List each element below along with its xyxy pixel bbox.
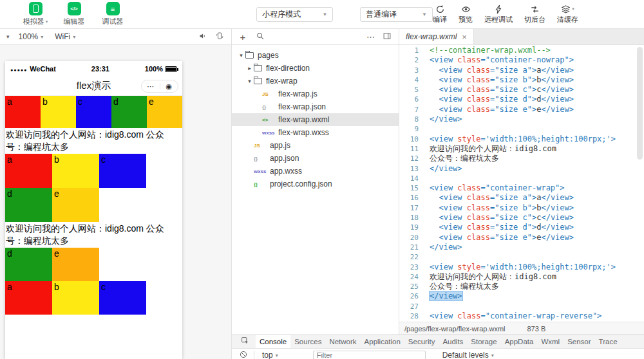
preview-button[interactable]: 预览 [459, 4, 473, 24]
tree-item-flex-wrap[interactable]: ▾flex-wrap [232, 75, 399, 87]
tree-item-flex-wrap.json[interactable]: {}flex-wrap.json [232, 100, 399, 113]
devtools-tab-sensor[interactable]: Sensor [564, 335, 594, 348]
device-menu-chevron-icon[interactable]: ▾ [5, 33, 11, 40]
flex-box-c: c [99, 281, 146, 315]
compile-mode-dropdown[interactable]: 普通编译 ▼ [360, 7, 433, 22]
line-number: 15 [399, 183, 419, 193]
console-filter-input[interactable] [313, 351, 426, 359]
rotate-device-button[interactable] [213, 30, 226, 43]
zoom-select[interactable]: 100% ▾ [15, 29, 48, 44]
code-line-26[interactable]: 26</view> [399, 291, 644, 301]
devtools-tab-trace[interactable]: Trace [595, 335, 621, 348]
signal-dots-icon: ●●●●● [10, 68, 27, 72]
devtools-tab-security[interactable]: Security [404, 335, 439, 348]
code-line-22[interactable]: 22 [399, 252, 644, 262]
new-file-button[interactable]: + [237, 32, 249, 42]
code-line-5[interactable]: 5 <view class="size c">c</view> [399, 85, 644, 95]
compile-button[interactable]: 编译 [433, 4, 447, 24]
code-line-8[interactable]: 8</view> [399, 115, 644, 124]
split-editor-button[interactable] [381, 30, 393, 43]
chevron-right-icon[interactable]: ▸ [245, 65, 254, 71]
switch-background-button[interactable]: 切后台 [524, 4, 545, 24]
inspect-element-button[interactable] [238, 335, 251, 348]
search-button[interactable] [254, 30, 267, 43]
code-line-3[interactable]: 3 <view class="size a">a</view> [399, 66, 644, 75]
code-line-9[interactable]: 9 [399, 124, 644, 134]
topbar-actions: 编译预览远程调试切后台▾清缓存 [433, 4, 578, 24]
toggle-editor-button[interactable]: </>编辑器 [59, 2, 89, 26]
devtools-tab-wxml[interactable]: Wxml [537, 335, 564, 348]
clear-console-button[interactable] [237, 349, 250, 359]
code-line-24[interactable]: 24欢迎访问我的个人网站：idig8.com [399, 272, 644, 282]
devtools-tab-network[interactable]: Network [325, 335, 360, 348]
code-line-12[interactable]: 12公众号：编程坑太多 [399, 154, 644, 163]
code-line-28[interactable]: 28<view class="container-wrap-reverse"> [399, 311, 644, 321]
toggle-debugger-button[interactable]: ≡调试器 [98, 2, 128, 26]
flex-box-a: a [5, 154, 52, 188]
code-line-6[interactable]: 6 <view class="size d">d</view> [399, 95, 644, 104]
welcome-text: 欢迎访问我的个人网站：idig8.com 公众号：编程坑太多 [5, 128, 182, 154]
tree-item-app.wxss[interactable]: wxssapp.wxss [232, 165, 399, 178]
code-line-27[interactable]: 27 [399, 302, 644, 311]
mode-dropdown[interactable]: 小程序模式 ▼ [256, 7, 333, 22]
tree-item-project.config.json[interactable]: {}project.config.json [232, 178, 399, 190]
devtools-tab-appdata[interactable]: AppData [501, 335, 538, 348]
devtools-tab-audits[interactable]: Audits [439, 335, 467, 348]
chevron-down-icon[interactable]: ▾ [237, 52, 245, 59]
tree-item-flex-wrap.wxml[interactable]: <>flex-wrap.wxml [232, 113, 399, 126]
tree-item-pages[interactable]: ▾pages [232, 49, 399, 62]
code-line-19[interactable]: 19 <view class="size d">d</view> [399, 223, 644, 232]
chevron-down-icon[interactable]: ▾ [245, 78, 254, 84]
code-line-1[interactable]: 1<!--container-wrap.wxml--> [399, 46, 644, 55]
code-line-7[interactable]: 7 <view class="size e">e</view> [399, 105, 644, 115]
tree-item-app.js[interactable]: JSapp.js [232, 139, 399, 152]
code-line-11[interactable]: 11欢迎访问我的个人网站：idig8.com [399, 144, 644, 154]
toggle-simulator-button[interactable]: 模拟器▾ [21, 2, 50, 26]
more-menu-icon[interactable]: ⋯ [142, 80, 160, 92]
network-select[interactable]: WiFi ▾ [51, 29, 79, 44]
editor-scrollbar[interactable] [637, 47, 643, 160]
log-levels-select[interactable]: Default levels ▾ [439, 349, 498, 359]
tree-item-flex-direction[interactable]: ▸flex-direction [232, 62, 399, 75]
code-line-14[interactable]: 14 [399, 174, 644, 183]
clear-cache-button[interactable]: ▾清缓存 [557, 4, 578, 24]
tab-flex-wrap-wxml[interactable]: flex-wrap.wxml × [399, 29, 474, 44]
remote-debug-button[interactable]: 远程调试 [484, 4, 513, 24]
tree-item-flex-wrap.js[interactable]: JSflex-wrap.js [232, 87, 399, 100]
code-line-20[interactable]: 20 <view class="size e">e</view> [399, 233, 644, 243]
code-line-15[interactable]: 15<view class="container-wrap"> [399, 183, 644, 193]
search-icon [256, 32, 265, 42]
code-line-25[interactable]: 25公众号：编程坑太多 [399, 282, 644, 291]
code-line-18[interactable]: 18 <view class="size c">c</view> [399, 213, 644, 223]
close-icon[interactable]: × [462, 32, 467, 42]
flex-box-b: b [41, 96, 76, 128]
line-number: 27 [399, 302, 419, 311]
more-options-button[interactable]: ⋯ [366, 32, 375, 42]
devtools-tab-sources[interactable]: Sources [290, 335, 325, 348]
context-select[interactable]: top ▾ [258, 349, 282, 359]
code-line-10[interactable]: 10<view style='width:100%;height:100rpx;… [399, 134, 644, 144]
devtools-tab-storage[interactable]: Storage [467, 335, 500, 348]
line-number: 9 [399, 124, 419, 134]
code-line-23[interactable]: 23<view style='width:100%;height:100rpx;… [399, 262, 644, 272]
speaker-icon [198, 32, 207, 42]
chevron-down-icon: ▾ [491, 353, 494, 358]
home-capsule-icon[interactable]: ◉ [160, 80, 178, 92]
js-file-icon: JS [262, 91, 276, 97]
code-line-2[interactable]: 2<view class="container-nowrap"> [399, 55, 644, 65]
code-editor[interactable]: 1<!--container-wrap.wxml-->2<view class=… [399, 45, 644, 322]
file-size-label: 873 B [527, 325, 546, 333]
line-number: 3 [399, 66, 419, 75]
code-line-16[interactable]: 16 <view class="size a">a</view> [399, 193, 644, 203]
code-line-4[interactable]: 4 <view class="size b">b</view> [399, 75, 644, 85]
devtools-tab-application[interactable]: Application [361, 335, 404, 348]
code-line-13[interactable]: 13</view> [399, 164, 644, 174]
devtools-tab-console[interactable]: Console [256, 335, 290, 348]
editor-tabbar: flex-wrap.wxml × [399, 29, 644, 45]
tree-item-app.json[interactable]: {}app.json [232, 152, 399, 165]
compile-icon [435, 4, 445, 14]
sound-button[interactable] [196, 30, 209, 43]
tree-item-flex-wrap.wxss[interactable]: wxssflex-wrap.wxss [232, 126, 399, 139]
code-line-21[interactable]: 21</view> [399, 243, 644, 252]
code-line-17[interactable]: 17 <view class="size b">b</view> [399, 203, 644, 213]
